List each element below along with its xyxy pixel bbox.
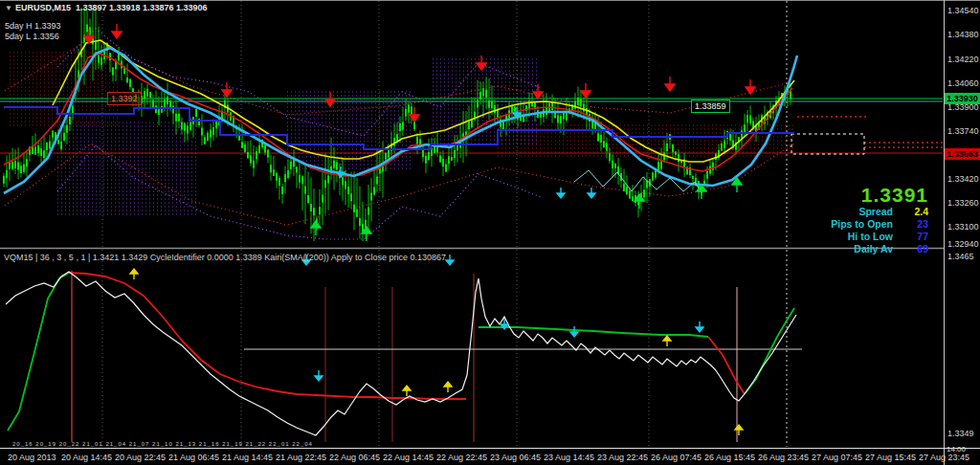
vq-white-line <box>6 272 796 435</box>
down-signal-arrow-icon <box>477 55 486 70</box>
cycleidentifier-red-line <box>708 337 745 394</box>
five-day-high-label: 5day H 1.3393 <box>5 21 61 32</box>
market-info-row: Hi to Low77 <box>831 231 928 243</box>
up-signal-arrow-icon <box>663 336 671 346</box>
price-tick-label: 1.33100 <box>947 222 979 232</box>
down-signal-arrow-icon <box>325 92 335 106</box>
ichimoku-cloud-dots <box>57 122 196 214</box>
chart-title-row: ▼EURUSD,M15 1.33897 1.33918 1.33876 1.33… <box>5 3 208 13</box>
price-tick-label: 1.34060 <box>947 78 979 88</box>
price-tick-label: 1.33260 <box>947 198 979 208</box>
breakout-box <box>791 134 864 154</box>
price-tick-label: 1.32940 <box>947 239 979 249</box>
down-signal-arrow-icon <box>581 83 590 98</box>
price-tick-label: 1.33740 <box>947 126 979 136</box>
cycleidentifier-red-line <box>69 273 466 399</box>
down-signal-arrow-icon <box>315 370 323 381</box>
bid-price-box: 1.33930 <box>945 93 980 104</box>
info-label: Hi to Low <box>848 231 893 243</box>
down-signal-arrow-icon <box>222 82 232 97</box>
down-signal-arrow-icon <box>557 188 565 198</box>
down-signal-arrow-icon <box>696 321 703 332</box>
up-signal-arrow-icon <box>403 386 411 396</box>
info-label: Pips to Open <box>831 218 893 231</box>
cycleidentifier-green-line <box>8 273 69 431</box>
down-signal-arrow-icon <box>588 188 595 198</box>
info-value: 2.4 <box>902 206 928 218</box>
sub-scale-bottom: 1.3349 <box>947 429 974 438</box>
info-value: 69 <box>902 243 928 255</box>
chevron-down-icon[interactable]: ▼ <box>5 4 12 12</box>
info-label: Daily Av <box>854 243 893 255</box>
up-signal-arrow-icon <box>735 425 743 435</box>
mt4-chart-window: ▼EURUSD,M15 1.33897 1.33918 1.33876 1.33… <box>0 0 980 465</box>
up-signal-arrow-icon <box>444 382 452 392</box>
market-info-row: Daily Av69 <box>831 243 928 255</box>
down-signal-arrow-icon <box>533 84 543 99</box>
candle-wicks <box>4 8 791 241</box>
info-label: Spread <box>858 206 893 218</box>
current-price: 1.3391 <box>831 185 928 206</box>
session-strip: 20_16 20_19 20_22 21_01 21_04 21_07 21_1… <box>12 439 313 450</box>
ohlc-readout: 1.33897 1.33918 1.33876 1.33906 <box>76 3 208 12</box>
price-tick-label: 1.34540 <box>947 6 979 15</box>
price-tick-label: 1.34220 <box>947 55 979 64</box>
indicator-header: VQM15 | 36 , 3 , 5 , 1 | 1.3421 1.3429 C… <box>4 253 446 263</box>
down-signal-arrow-icon <box>665 77 675 91</box>
market-info-row: Pips to Open23 <box>831 218 928 231</box>
info-value: 77 <box>902 231 928 243</box>
dotted-channel-line <box>57 145 541 239</box>
symbol-timeframe-label: EURUSD,M15 <box>15 3 71 12</box>
market-info-rows: Spread2.4Pips to Open23Hi to Low77Daily … <box>831 206 928 255</box>
down-signal-arrow-icon <box>570 326 578 337</box>
level-price-box: 1.33563 <box>945 148 980 160</box>
corner-time-label: 14:00 <box>947 445 966 454</box>
down-signal-arrow-icon <box>746 79 755 94</box>
market-info-row: Spread2.4 <box>831 206 928 218</box>
down-signal-arrow-icon <box>446 255 454 265</box>
sub-scale-top: 1.3465 <box>947 252 974 261</box>
info-value: 23 <box>902 218 928 231</box>
five-day-low-label: 5day L 1.3356 <box>5 32 59 42</box>
price-tag-label: 1.33859 <box>691 100 730 113</box>
down-signal-arrow-icon <box>112 24 122 38</box>
up-signal-arrow-icon <box>130 269 138 279</box>
order-level-label: 1.3392 <box>107 92 142 105</box>
price-tick-label: 1.34380 <box>947 30 979 39</box>
market-info-panel: 1.3391 Spread2.4Pips to Open23Hi to Low7… <box>831 185 928 255</box>
price-tick-label: 1.33420 <box>947 174 979 184</box>
